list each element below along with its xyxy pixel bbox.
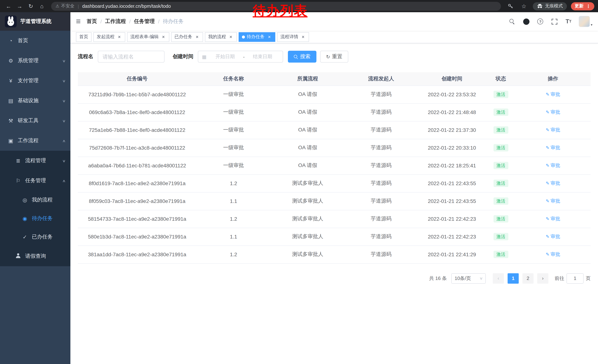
forward-icon[interactable]: →	[15, 2, 25, 11]
cell-create-time: 2022-01-22 21:37:30	[417, 121, 486, 139]
tab-home[interactable]: 首页	[76, 32, 91, 42]
process-name-input[interactable]	[98, 51, 165, 63]
sidebar-item-infrastructure[interactable]: ▤ 基础设施 ∨	[0, 91, 70, 111]
sidebar-item-todo-tasks[interactable]: ◉ 待办任务	[0, 209, 70, 228]
approve-link[interactable]: ✎审批	[546, 216, 560, 222]
app-logo-row[interactable]: 芋道管理系统	[0, 12, 70, 31]
status-badge: 激活	[493, 144, 508, 152]
sidebar-item-home[interactable]: ◔ 首页	[0, 31, 70, 51]
approve-link[interactable]: ✎审批	[546, 233, 560, 240]
sidebar-item-process-management[interactable]: ≣ 流程管理 ∨	[0, 151, 70, 171]
approve-link[interactable]: ✎审批	[546, 251, 560, 258]
tab-process-detail[interactable]: 流程详情 ×	[277, 32, 309, 42]
edit-icon: ✎	[546, 145, 549, 150]
font-size-icon[interactable]: TT	[565, 16, 572, 27]
tools-icon: ⚒	[8, 118, 14, 124]
status-badge: 激活	[493, 91, 508, 98]
breadcrumb-workflow[interactable]: 工作流程	[105, 18, 126, 25]
approve-link[interactable]: ✎审批	[546, 109, 560, 115]
cell-process: OA 请假	[271, 121, 345, 139]
search-icon[interactable]	[508, 16, 516, 27]
user-icon	[15, 253, 22, 259]
page-content: 流程名 创建时间 ▦ 开始日期 - 结束日期 搜索 ↻	[70, 43, 598, 364]
close-icon[interactable]: ×	[161, 34, 166, 40]
tab-todo-tasks[interactable]: 待办任务 ×	[239, 32, 275, 42]
sidebar-item-workflow[interactable]: ▣ 工作流程 ∧	[0, 131, 70, 151]
approve-link[interactable]: ✎审批	[546, 91, 560, 98]
approve-link[interactable]: ✎审批	[546, 162, 560, 169]
sidebar-item-my-process[interactable]: ◎ 我的流程	[0, 191, 70, 209]
address-bar[interactable]: ⚠ 不安全 | dashboard.yudao.iocoder.cn/bpm/t…	[51, 2, 501, 11]
close-icon[interactable]: ×	[194, 34, 200, 40]
breadcrumb-home[interactable]: 首页	[87, 18, 97, 25]
cell-initiator: 芋道源码	[345, 192, 417, 210]
breadcrumb-task-management[interactable]: 任务管理	[134, 18, 155, 25]
page-button-1[interactable]: 1	[507, 273, 519, 283]
cell-create-time: 2022-01-21 22:42:23	[417, 228, 486, 245]
avatar[interactable]	[579, 16, 590, 27]
tab-start-process[interactable]: 发起流程 ×	[93, 32, 125, 42]
sidebar-item-system[interactable]: ⚙ 系统管理 ∨	[0, 51, 70, 71]
tab-done-tasks[interactable]: 已办任务 ×	[171, 32, 203, 42]
close-icon[interactable]: ×	[267, 34, 272, 40]
chevron-up-icon: ∧	[62, 179, 66, 183]
status-badge: 激活	[493, 180, 508, 187]
back-icon[interactable]: ←	[4, 2, 13, 11]
sidebar-item-done-tasks[interactable]: ✓ 已办任务	[0, 228, 70, 246]
search-button[interactable]: 搜索	[288, 51, 316, 63]
browser-menu-icon[interactable]: ⋮	[586, 4, 590, 9]
cell-initiator: 芋道源码	[345, 228, 417, 245]
reset-button[interactable]: ↻ 重置	[320, 51, 348, 63]
password-key-icon[interactable]	[505, 2, 515, 11]
fullscreen-icon[interactable]	[551, 16, 558, 27]
tab-process-form-edit[interactable]: 流程表单-编辑 ×	[127, 32, 169, 42]
home-icon[interactable]: ⌂	[37, 2, 47, 11]
edit-icon: ✎	[546, 252, 549, 257]
tab-my-process[interactable]: 我的流程 ×	[205, 32, 237, 42]
goto-label: 前往	[555, 275, 564, 282]
help-icon[interactable]: ?	[537, 16, 544, 27]
sidebar-item-task-management[interactable]: ⚐ 任务管理 ∧	[0, 171, 70, 191]
page-button-2[interactable]: 2	[523, 273, 533, 283]
calendar-icon: ▦	[202, 54, 207, 59]
goto-page-input[interactable]	[566, 273, 583, 283]
close-icon[interactable]: ×	[117, 34, 122, 40]
cell-initiator: 芋道源码	[345, 139, 417, 157]
user-menu[interactable]: ▾	[579, 16, 592, 27]
update-button[interactable]: 更新 ⋮	[571, 2, 594, 10]
approve-link[interactable]: ✎审批	[546, 198, 560, 204]
bookmark-star-icon[interactable]: ☆	[519, 2, 529, 11]
infrastructure-icon: ▤	[8, 98, 14, 104]
github-icon[interactable]	[523, 16, 530, 27]
total-count: 共 16 条	[429, 275, 447, 282]
status-badge: 激活	[493, 126, 508, 134]
prev-page-button[interactable]: ‹	[493, 273, 504, 283]
cell-task-name: 1.2	[196, 210, 270, 228]
cell-process: 测试多审批人	[271, 192, 345, 210]
url-text[interactable]: dashboard.yudao.iocoder.cn/bpm/task/todo	[82, 4, 171, 9]
cell-task-name: 一级审批	[196, 86, 270, 103]
reload-icon[interactable]: ↻	[26, 2, 36, 11]
approve-link[interactable]: ✎审批	[546, 145, 560, 151]
sidebar-collapse-icon[interactable]: ≡	[76, 17, 81, 25]
page-size-select[interactable]: 10条/页 ∨	[451, 273, 486, 283]
status-badge: 激活	[493, 215, 508, 223]
close-icon[interactable]: ×	[228, 34, 233, 40]
incognito-badge[interactable]: 无痕模式	[533, 2, 567, 10]
sidebar-item-dev-tools[interactable]: ⚒ 研发工具 ∨	[0, 111, 70, 131]
date-range-picker[interactable]: ▦ 开始日期 - 结束日期	[198, 51, 283, 63]
cell-actions: ✎审批	[515, 121, 590, 139]
close-icon[interactable]: ×	[300, 34, 306, 40]
edit-icon: ✎	[546, 127, 549, 133]
cell-task-name: 一级审批	[196, 103, 270, 121]
sidebar-item-payment[interactable]: ¥ 支付管理 ∨	[0, 71, 70, 91]
next-page-button[interactable]: ›	[537, 273, 548, 283]
approve-link[interactable]: ✎审批	[546, 180, 560, 187]
chat-icon: ◎	[22, 197, 28, 203]
filter-bar: 流程名 创建时间 ▦ 开始日期 - 结束日期 搜索 ↻	[78, 51, 590, 63]
sidebar-item-leave-query[interactable]: 请假查询	[0, 246, 70, 266]
security-label[interactable]: 不安全	[61, 3, 75, 9]
approve-link[interactable]: ✎审批	[546, 127, 560, 133]
sidebar: 芋道管理系统 ◔ 首页 ⚙ 系统管理 ∨ ¥ 支付管理 ∨ ▤	[0, 12, 70, 364]
cell-initiator: 芋道源码	[345, 121, 417, 139]
